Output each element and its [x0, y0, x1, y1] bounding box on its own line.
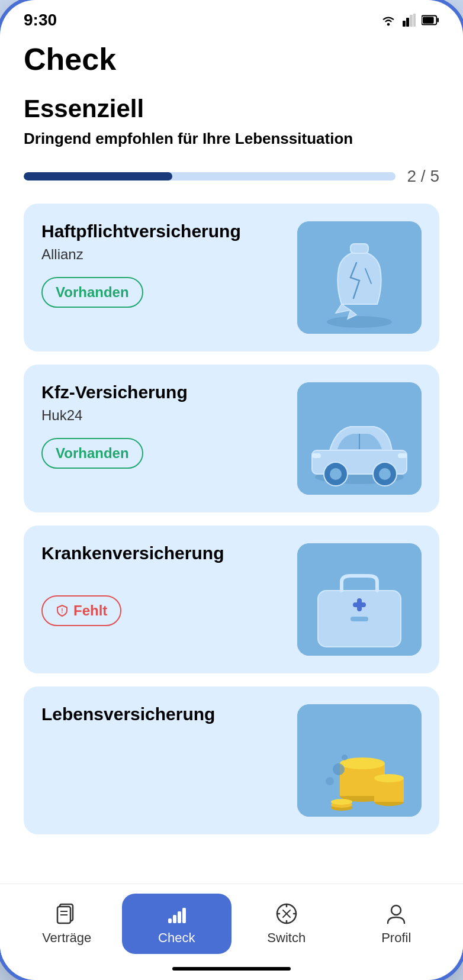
status-bar: 9:30 — [0, 0, 463, 36]
svg-rect-27 — [357, 598, 362, 611]
card-leben-image — [297, 704, 422, 817]
card-haftpflicht[interactable]: Haftpflichtversicherung Allianz Vorhande… — [24, 204, 439, 352]
card-haftpflicht-image — [297, 221, 422, 334]
progress-label: 2 / 5 — [407, 167, 439, 186]
bottom-nav: Verträge Check Switch — [0, 884, 463, 960]
nav-profil[interactable]: Profil — [342, 894, 452, 954]
progress-container: 2 / 5 — [24, 167, 439, 186]
card-kranken-title: Krankenversicherung — [41, 543, 285, 563]
card-kfz[interactable]: Kfz-Versicherung Huk24 Vorhanden — [24, 365, 439, 512]
card-kfz-badge: Vorhanden — [41, 438, 143, 469]
card-haftpflicht-badge: Vorhanden — [41, 277, 143, 308]
nav-vertraege[interactable]: Verträge — [12, 894, 122, 954]
svg-rect-7 — [423, 17, 434, 23]
card-haftpflicht-content: Haftpflichtversicherung Allianz Vorhande… — [41, 221, 285, 308]
nav-check[interactable]: Check — [122, 894, 232, 954]
card-kranken-image — [297, 543, 422, 656]
main-content: Check Essenziell Dringend empfohlen für … — [0, 36, 463, 884]
status-time: 9:30 — [24, 11, 57, 30]
svg-point-0 — [387, 23, 390, 26]
card-kfz-image — [297, 382, 422, 495]
progress-bar-track — [24, 172, 396, 180]
check-icon — [165, 902, 188, 926]
svg-point-9 — [327, 316, 392, 328]
svg-rect-2 — [406, 18, 409, 27]
home-indicator — [172, 967, 291, 971]
svg-point-39 — [326, 777, 334, 785]
card-kranken-content: Krankenversicherung ! Fehlt — [41, 543, 285, 626]
svg-rect-19 — [312, 453, 321, 458]
svg-point-16 — [330, 468, 342, 480]
svg-point-40 — [342, 755, 348, 760]
card-haftpflicht-provider: Allianz — [41, 246, 285, 263]
svg-rect-6 — [437, 18, 439, 22]
card-leben-title: Lebensversicherung — [41, 704, 285, 724]
svg-point-37 — [331, 799, 352, 805]
battery-icon — [422, 14, 439, 26]
signal-icon — [403, 14, 416, 27]
page-title: Check — [24, 41, 439, 77]
phone-frame: 9:30 Check — [0, 0, 463, 980]
status-icons — [380, 14, 439, 27]
svg-rect-45 — [168, 918, 172, 923]
svg-point-54 — [391, 905, 401, 915]
section-title: Essenziell — [24, 95, 439, 123]
nav-profil-label: Profil — [381, 930, 411, 946]
svg-point-38 — [333, 763, 345, 775]
switch-icon — [275, 902, 298, 926]
svg-point-18 — [379, 468, 391, 480]
nav-switch[interactable]: Switch — [232, 894, 342, 954]
card-kfz-content: Kfz-Versicherung Huk24 Vorhanden — [41, 382, 285, 469]
card-kranken-badge: ! Fehlt — [41, 595, 121, 626]
nav-switch-label: Switch — [267, 930, 306, 946]
svg-rect-3 — [410, 15, 413, 27]
svg-rect-10 — [351, 244, 368, 253]
svg-rect-4 — [413, 14, 416, 27]
progress-bar-fill — [24, 172, 172, 180]
card-leben-content: Lebensversicherung — [41, 704, 285, 787]
nav-check-label: Check — [158, 930, 195, 946]
card-kfz-provider: Huk24 — [41, 407, 285, 424]
svg-rect-20 — [398, 453, 407, 458]
section-subtitle: Dringend empfohlen für Ihre Lebenssituat… — [24, 129, 439, 149]
svg-rect-48 — [182, 908, 186, 923]
svg-rect-25 — [351, 617, 368, 621]
profile-icon — [384, 902, 408, 926]
card-leben[interactable]: Lebensversicherung — [24, 686, 439, 834]
nav-vertraege-label: Verträge — [42, 930, 91, 946]
svg-rect-47 — [178, 911, 181, 923]
wifi-icon — [380, 14, 397, 26]
svg-rect-46 — [173, 915, 176, 923]
card-kfz-title: Kfz-Versicherung — [41, 382, 285, 402]
svg-text:!: ! — [61, 608, 63, 614]
shield-fehlt-icon: ! — [56, 604, 69, 617]
card-kranken[interactable]: Krankenversicherung ! Fehlt — [24, 526, 439, 673]
card-haftpflicht-title: Haftpflichtversicherung — [41, 221, 285, 241]
svg-point-34 — [374, 774, 404, 782]
contracts-icon — [55, 902, 79, 926]
svg-rect-1 — [403, 21, 406, 27]
